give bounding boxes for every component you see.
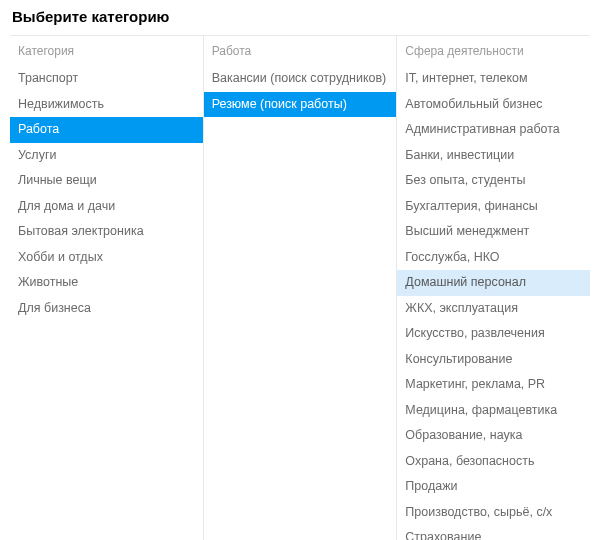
list-item[interactable]: Транспорт (10, 66, 203, 92)
list-item[interactable]: Медицина, фармацевтика (397, 398, 590, 424)
column-header: Категория (10, 44, 203, 66)
column-category: Категория Транспорт Недвижимость Работа … (10, 36, 203, 540)
list-item[interactable]: Услуги (10, 143, 203, 169)
columns-wrapper: Категория Транспорт Недвижимость Работа … (10, 35, 590, 540)
list-item[interactable]: Без опыта, студенты (397, 168, 590, 194)
list-item[interactable]: Госслужба, НКО (397, 245, 590, 271)
list-item[interactable]: Для дома и дачи (10, 194, 203, 220)
list-item[interactable]: Животные (10, 270, 203, 296)
list-item[interactable]: Работа (10, 117, 203, 143)
column-header: Работа (204, 44, 397, 66)
list-item[interactable]: Консультирование (397, 347, 590, 373)
list-item[interactable]: Автомобильный бизнес (397, 92, 590, 118)
list-item[interactable]: Хобби и отдых (10, 245, 203, 271)
list-item[interactable]: Вакансии (поиск сотрудников) (204, 66, 397, 92)
list-item[interactable]: Искусство, развлечения (397, 321, 590, 347)
picker-title: Выберите категорию (10, 8, 590, 25)
column-subcategory: Работа Вакансии (поиск сотрудников) Резю… (203, 36, 397, 540)
list-item[interactable]: Для бизнеса (10, 296, 203, 322)
list-item[interactable]: Личные вещи (10, 168, 203, 194)
list-item[interactable]: Банки, инвестиции (397, 143, 590, 169)
column-header: Сфера деятельности (397, 44, 590, 66)
list-item[interactable]: IT, интернет, телеком (397, 66, 590, 92)
list-item[interactable]: Административная работа (397, 117, 590, 143)
list-item[interactable]: Маркетинг, реклама, PR (397, 372, 590, 398)
list-item[interactable]: Высший менеджмент (397, 219, 590, 245)
list-item[interactable]: Недвижимость (10, 92, 203, 118)
list-item[interactable]: ЖКХ, эксплуатация (397, 296, 590, 322)
list-item[interactable]: Страхование (397, 525, 590, 540)
list-item[interactable]: Домашний персонал (397, 270, 590, 296)
list-item[interactable]: Продажи (397, 474, 590, 500)
category-picker: Выберите категорию Категория Транспорт Н… (0, 0, 600, 540)
list-item[interactable]: Резюме (поиск работы) (204, 92, 397, 118)
list-item[interactable]: Бытовая электроника (10, 219, 203, 245)
column-sphere: Сфера деятельности IT, интернет, телеком… (396, 36, 590, 540)
list-item[interactable]: Охрана, безопасность (397, 449, 590, 475)
list-item[interactable]: Производство, сырьё, с/х (397, 500, 590, 526)
list-item[interactable]: Бухгалтерия, финансы (397, 194, 590, 220)
list-item[interactable]: Образование, наука (397, 423, 590, 449)
